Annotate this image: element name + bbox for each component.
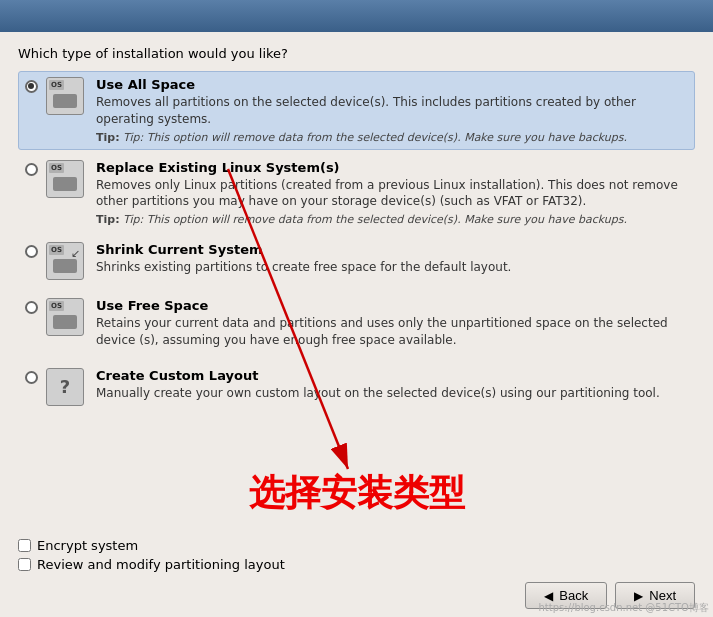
option-tip-replace-existing: Tip: Tip: This option will remove data f… [96,213,688,226]
header-bar [0,0,713,32]
option-desc-create-custom: Manually create your own custom layout o… [96,385,688,402]
window: Which type of installation would you lik… [0,0,713,617]
option-desc-use-free-space: Retains your current data and partitions… [96,315,688,349]
option-text-replace-existing: Replace Existing Linux System(s) Removes… [96,160,688,227]
watermark: https://blog.csdn.net @51CTO博客 [539,601,709,615]
icon-replace-existing: OS [46,160,86,200]
checkbox-encrypt[interactable]: Encrypt system [18,538,695,553]
option-title-create-custom: Create Custom Layout [96,368,688,383]
option-desc-replace-existing: Removes only Linux partitions (created f… [96,177,688,211]
option-title-replace-existing: Replace Existing Linux System(s) [96,160,688,175]
option-text-create-custom: Create Custom Layout Manually create you… [96,368,688,405]
option-create-custom[interactable]: ? Create Custom Layout Manually create y… [18,362,695,414]
radio-use-all-space[interactable] [25,80,38,93]
radio-use-free-space[interactable] [25,301,38,314]
content-wrapper: Which type of installation would you lik… [0,32,713,617]
checkboxes: Encrypt system Review and modify partiti… [18,538,695,572]
icon-create-custom: ? [46,368,86,408]
option-tip-use-all-space: Tip: Tip: This option will remove data f… [96,131,688,144]
option-title-shrink-current: Shrink Current System [96,242,688,257]
encrypt-label: Encrypt system [37,538,138,553]
option-desc-shrink-current: Shrinks existing partitions to create fr… [96,259,688,276]
checkbox-review[interactable]: Review and modify partitioning layout [18,557,695,572]
option-shrink-current[interactable]: OS ↙ Shrink Current System Shrinks exist… [18,236,695,288]
radio-create-custom[interactable] [25,371,38,384]
annotation-text: 选择安装类型 [249,472,465,513]
option-title-use-all-space: Use All Space [96,77,688,92]
encrypt-checkbox[interactable] [18,539,31,552]
options-list: OS Use All Space Removes all partitions … [18,71,695,461]
icon-use-all-space: OS [46,77,86,117]
option-title-use-free-space: Use Free Space [96,298,688,313]
option-text-shrink-current: Shrink Current System Shrinks existing p… [96,242,688,279]
icon-use-free-space: OS [46,298,86,338]
content: Which type of installation would you lik… [0,32,713,532]
review-label: Review and modify partitioning layout [37,557,285,572]
question-label: Which type of installation would you lik… [18,46,695,61]
radio-shrink-current[interactable] [25,245,38,258]
option-text-use-free-space: Use Free Space Retains your current data… [96,298,688,352]
icon-shrink-current: OS ↙ [46,242,86,282]
option-desc-use-all-space: Removes all partitions on the selected d… [96,94,688,128]
radio-replace-existing[interactable] [25,163,38,176]
option-use-all-space[interactable]: OS Use All Space Removes all partitions … [18,71,695,150]
option-text-use-all-space: Use All Space Removes all partitions on … [96,77,688,144]
option-replace-existing[interactable]: OS Replace Existing Linux System(s) Remo… [18,154,695,233]
annotation: 选择安装类型 [18,469,695,518]
option-use-free-space[interactable]: OS Use Free Space Retains your current d… [18,292,695,358]
review-checkbox[interactable] [18,558,31,571]
